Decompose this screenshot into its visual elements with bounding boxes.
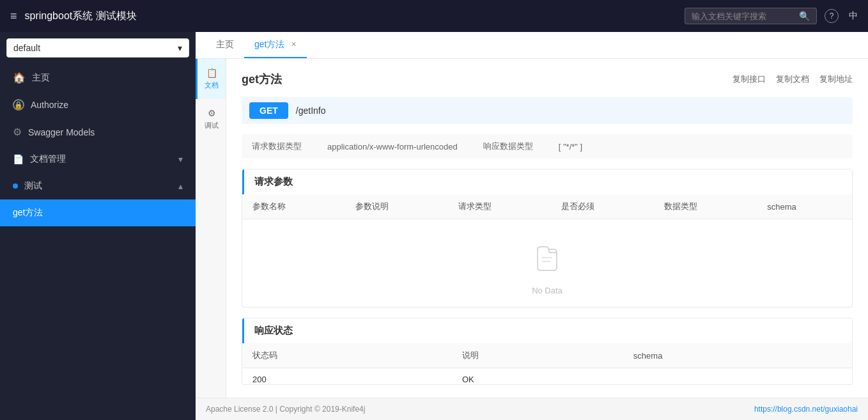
col-param-desc: 参数说明 [345, 194, 448, 219]
status-table: 状态码 说明 schema 200 OK [242, 343, 852, 385]
home-icon: 🏠 [13, 72, 26, 84]
toggle-test[interactable]: ⚙ 调试 [196, 99, 226, 139]
copy-address-btn[interactable]: 复制地址 [819, 74, 853, 85]
method-title: get方法 [242, 72, 282, 87]
status-row-200: 200 OK [242, 368, 852, 385]
tab-get-method[interactable]: get方法 ✕ [244, 33, 307, 58]
copy-doc-btn[interactable]: 复制文档 [776, 74, 809, 85]
sidebar-docmanage-label: 文档管理 [30, 153, 66, 165]
doc-content: get方法 复制接口 复制文档 复制地址 GET /getInfo 请求数据类型… [226, 59, 868, 398]
tab-home[interactable]: 主页 [206, 33, 244, 58]
params-section: 请求参数 参数名称 参数说明 请求类型 是否必须 数据类型 schema [242, 169, 853, 307]
view-toggle: 📋 文档 ⚙ 调试 [196, 59, 226, 398]
lang-icon[interactable]: 中 [849, 10, 858, 22]
search-icon[interactable]: 🔍 [799, 11, 810, 21]
dropdown-arrow: ▾ [178, 43, 182, 53]
content-area: 主页 get方法 ✕ 📋 文档 ⚙ 调试 [196, 32, 868, 420]
sidebar-active-item[interactable]: get方法 [0, 199, 196, 226]
doc-toggle-label: 文档 [205, 81, 219, 90]
test-arrow: ▴ [178, 181, 183, 191]
sidebar-item-home[interactable]: 🏠 主页 [0, 64, 196, 91]
sidebar-item-swagger-models[interactable]: ⚙ Swagger Models [0, 118, 196, 146]
tab-get-label: get方法 [254, 39, 284, 51]
doc-toggle-icon: 📋 [206, 68, 217, 78]
col-required: 是否必须 [551, 194, 654, 219]
col-status-desc: 说明 [452, 343, 623, 368]
test-dot [13, 183, 18, 189]
method-url: /getInfo [296, 105, 326, 116]
sidebar-authorize-label: Authorize [31, 100, 68, 110]
menu-icon[interactable]: ≡ [10, 10, 17, 23]
gear-icon: ⚙ [13, 126, 22, 138]
response-section: 响应状态 状态码 说明 schema 200 OK [242, 318, 853, 385]
response-content-type-label: 响应数据类型 [483, 141, 533, 152]
method-actions: 复制接口 复制文档 复制地址 [732, 74, 853, 85]
sidebar-item-authorize[interactable]: 🔒 Authorize [0, 91, 196, 118]
sidebar: default ▾ 🏠 主页 🔒 Authorize ⚙ Swagger Mod… [0, 32, 196, 420]
col-param-name: 参数名称 [242, 194, 345, 219]
method-row: GET /getInfo [242, 97, 853, 124]
sidebar-section-test[interactable]: 测试 ▴ [0, 173, 196, 199]
footer-license: Apache License 2.0 | Copyright © 2019-Kn… [206, 405, 365, 414]
no-data-icon [531, 245, 563, 279]
status-schema-200 [623, 368, 852, 385]
copy-interface-btn[interactable]: 复制接口 [732, 74, 766, 85]
status-code-200: 200 [242, 368, 452, 385]
footer-link[interactable]: https://blog.csdn.net/guxiaohai [754, 405, 858, 414]
sidebar-home-label: 主页 [32, 72, 50, 84]
status-desc-ok: OK [452, 368, 623, 385]
params-section-title: 请求参数 [242, 169, 852, 194]
request-content-type-label: 请求数据类型 [252, 141, 302, 152]
test-toggle-icon: ⚙ [208, 108, 216, 118]
sidebar-swagger-label: Swagger Models [28, 127, 95, 137]
col-req-type: 请求类型 [448, 194, 551, 219]
col-data-type: 数据类型 [654, 194, 757, 219]
info-row: 请求数据类型 application/x-www-form-urlencoded… [242, 134, 853, 159]
sidebar-item-doc-manage[interactable]: 📄 文档管理 ▾ [0, 146, 196, 173]
get-badge[interactable]: GET [249, 102, 288, 119]
col-status-schema: schema [623, 343, 852, 368]
app-title: springboot系统 测试模块 [25, 10, 677, 23]
help-icon[interactable]: ? [825, 9, 839, 23]
footer: Apache License 2.0 | Copyright © 2019-Kn… [196, 398, 868, 420]
request-content-type-value: application/x-www-form-urlencoded [327, 142, 458, 152]
top-header: ≡ springboot系统 测试模块 🔍 ? 中 [0, 0, 868, 32]
params-table: 参数名称 参数说明 请求类型 是否必须 数据类型 schema [242, 194, 852, 307]
doc-manage-arrow: ▾ [178, 154, 183, 164]
toggle-doc[interactable]: 📋 文档 [196, 59, 226, 99]
response-content-type-value: [ "*/*" ] [559, 142, 582, 152]
sidebar-test-label: 测试 [24, 180, 42, 192]
tab-close-icon[interactable]: ✕ [291, 40, 297, 49]
test-toggle-label: 调试 [205, 121, 219, 130]
no-data-area: No Data [242, 219, 852, 307]
no-data-text: No Data [532, 286, 562, 295]
lock-icon: 🔒 [13, 99, 24, 111]
content-with-toggle: 📋 文档 ⚙ 调试 get方法 复制接口 复制文档 复制地址 [196, 59, 868, 398]
response-section-title: 响应状态 [242, 318, 852, 343]
dropdown-value: default [13, 43, 40, 53]
doc-icon: 📄 [13, 154, 24, 164]
header-icons: ? 中 [825, 9, 858, 23]
search-input[interactable] [692, 12, 794, 21]
tabs-bar: 主页 get方法 ✕ [196, 32, 868, 59]
col-schema: schema [757, 194, 852, 219]
col-status-code: 状态码 [242, 343, 452, 368]
sidebar-dropdown[interactable]: default ▾ [6, 38, 189, 58]
search-box: 🔍 [685, 8, 817, 24]
method-header: get方法 复制接口 复制文档 复制地址 [242, 72, 853, 87]
main-layout: default ▾ 🏠 主页 🔒 Authorize ⚙ Swagger Mod… [0, 32, 868, 420]
